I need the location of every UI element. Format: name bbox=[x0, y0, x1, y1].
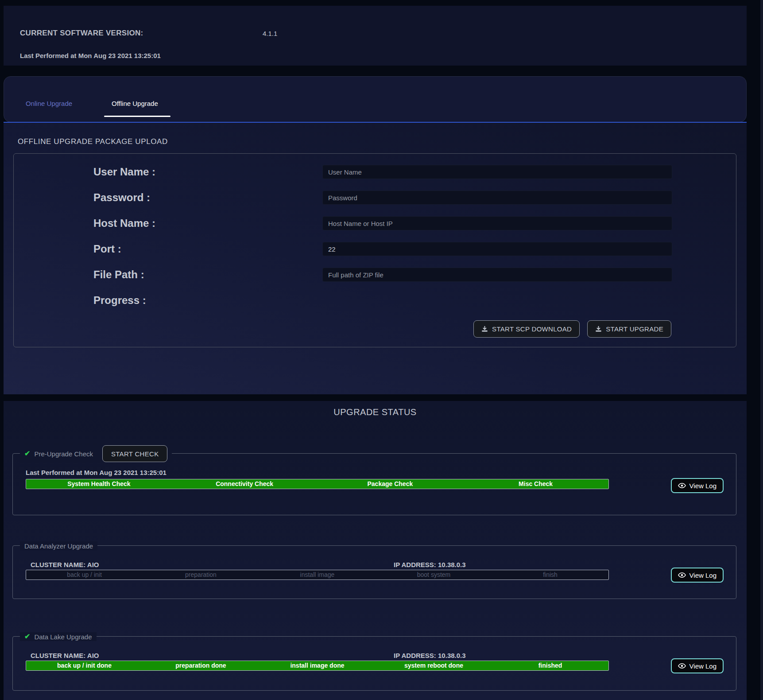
check-icon: ✔ bbox=[24, 450, 30, 457]
eye-icon bbox=[678, 572, 686, 578]
version-last-performed: Last Performed at Mon Aug 23 2021 13:25:… bbox=[20, 52, 161, 59]
tab-offline-upgrade[interactable]: Offline Upgrade bbox=[112, 100, 158, 107]
hostname-input[interactable] bbox=[322, 216, 672, 230]
start-scp-download-button[interactable]: START SCP DOWNLOAD bbox=[473, 320, 580, 338]
pre-upgrade-progress-bar: System Health Check Connectivity Check P… bbox=[26, 479, 609, 489]
offline-upload-panel: OFFLINE UPGRADE PACKAGE UPLOAD User Name… bbox=[4, 123, 747, 394]
data-analyzer-label: Data Analyzer Upgrade bbox=[24, 542, 93, 550]
filepath-label: File Path : bbox=[93, 262, 144, 288]
ip-address: IP ADDRESS: 10.38.0.3 bbox=[394, 561, 466, 568]
data-analyzer-view-log-button[interactable]: View Log bbox=[671, 568, 724, 583]
upgrade-console-screen: CURRENT SOFTWARE VERSION: 4.1.1 Last Per… bbox=[0, 0, 763, 700]
progress-row: Progress : bbox=[14, 288, 736, 313]
view-log-label: View Log bbox=[689, 662, 717, 670]
pre-upgrade-check-fieldset: ✔ Pre-Upgrade Check START CHECK Last Per… bbox=[12, 453, 736, 515]
hostname-row: Host Name : bbox=[14, 210, 736, 236]
start-upgrade-label: START UPGRADE bbox=[606, 325, 663, 333]
progress-segment: system reboot done bbox=[376, 661, 492, 670]
pre-upgrade-check-legend: ✔ Pre-Upgrade Check START CHECK bbox=[20, 445, 172, 462]
progress-segment: Package Check bbox=[318, 479, 463, 489]
eye-icon bbox=[678, 482, 686, 489]
port-input[interactable] bbox=[322, 242, 672, 256]
progress-label: Progress : bbox=[93, 288, 146, 313]
port-row: Port : bbox=[14, 236, 736, 262]
pre-upgrade-last-performed: Last Performed at Mon Aug 23 2021 13:25:… bbox=[26, 469, 167, 476]
tab-online-upgrade[interactable]: Online Upgrade bbox=[26, 100, 72, 107]
ip-address: IP ADDRESS: 10.38.0.3 bbox=[394, 652, 466, 659]
password-label: Password : bbox=[93, 185, 150, 210]
data-lake-label: Data Lake Upgrade bbox=[34, 633, 92, 641]
form-buttons-row: START SCP DOWNLOAD START UPGRADE bbox=[473, 320, 671, 338]
hostname-label: Host Name : bbox=[93, 210, 155, 236]
progress-segment: back up / init bbox=[26, 570, 143, 579]
data-lake-view-log-button[interactable]: View Log bbox=[671, 658, 724, 673]
password-row: Password : bbox=[14, 185, 736, 210]
view-log-label: View Log bbox=[689, 482, 717, 490]
port-label: Port : bbox=[93, 236, 121, 262]
progress-segment: finish bbox=[492, 570, 608, 579]
progress-segment: Connectivity Check bbox=[172, 479, 318, 489]
username-row: User Name : bbox=[14, 159, 736, 185]
download-icon bbox=[481, 326, 488, 332]
filepath-input[interactable] bbox=[322, 268, 672, 282]
filepath-row: File Path : bbox=[14, 262, 736, 288]
upgrade-status-panel: UPGRADE STATUS ✔ Pre-Upgrade Check START… bbox=[4, 401, 747, 700]
username-label: User Name : bbox=[93, 159, 155, 185]
eye-icon bbox=[678, 663, 686, 669]
check-icon: ✔ bbox=[24, 633, 30, 640]
view-log-label: View Log bbox=[689, 572, 717, 579]
download-icon bbox=[595, 326, 602, 332]
progress-segment: install image done bbox=[259, 661, 376, 670]
data-analyzer-legend: Data Analyzer Upgrade bbox=[20, 541, 97, 550]
data-analyzer-upgrade-fieldset: Data Analyzer Upgrade CLUSTER NAME: AIO … bbox=[12, 545, 736, 599]
username-input[interactable] bbox=[322, 165, 672, 179]
data-lake-progress-bar: back up / init done preparation done ins… bbox=[26, 661, 609, 671]
start-check-button[interactable]: START CHECK bbox=[102, 445, 168, 462]
progress-segment: install image bbox=[259, 570, 376, 579]
active-tab-underline bbox=[104, 116, 170, 117]
progress-segment: finished bbox=[492, 661, 608, 670]
progress-segment: preparation done bbox=[143, 661, 259, 670]
progress-segment: System Health Check bbox=[26, 479, 172, 489]
data-lake-legend: ✔ Data Lake Upgrade bbox=[20, 632, 97, 641]
offline-upload-form-box: User Name : Password : Host Name : Port … bbox=[13, 153, 736, 347]
pre-upgrade-view-log-button[interactable]: View Log bbox=[671, 478, 724, 493]
start-scp-download-label: START SCP DOWNLOAD bbox=[492, 325, 572, 333]
password-input[interactable] bbox=[322, 191, 672, 205]
upgrade-tabs-panel: Online Upgrade Offline Upgrade bbox=[4, 76, 747, 122]
data-lake-upgrade-fieldset: ✔ Data Lake Upgrade CLUSTER NAME: AIO IP… bbox=[12, 636, 736, 691]
current-version-panel: CURRENT SOFTWARE VERSION: 4.1.1 Last Per… bbox=[4, 6, 747, 66]
progress-segment: Misc Check bbox=[463, 479, 608, 489]
current-version-label: CURRENT SOFTWARE VERSION: bbox=[20, 29, 143, 38]
cluster-name: CLUSTER NAME: AIO bbox=[31, 652, 99, 659]
scrollbar-track[interactable] bbox=[760, 0, 763, 700]
data-analyzer-progress-bar: back up / init preparation install image… bbox=[26, 570, 609, 580]
progress-segment: preparation bbox=[143, 570, 259, 579]
pre-upgrade-check-label: Pre-Upgrade Check bbox=[34, 450, 93, 458]
progress-segment: back up / init done bbox=[26, 661, 143, 670]
upgrade-status-title: UPGRADE STATUS bbox=[4, 407, 747, 417]
progress-segment: boot system bbox=[376, 570, 492, 579]
cluster-name: CLUSTER NAME: AIO bbox=[31, 561, 99, 568]
current-version-value: 4.1.1 bbox=[263, 30, 277, 37]
offline-upload-heading: OFFLINE UPGRADE PACKAGE UPLOAD bbox=[18, 137, 168, 146]
start-upgrade-button[interactable]: START UPGRADE bbox=[587, 320, 671, 338]
